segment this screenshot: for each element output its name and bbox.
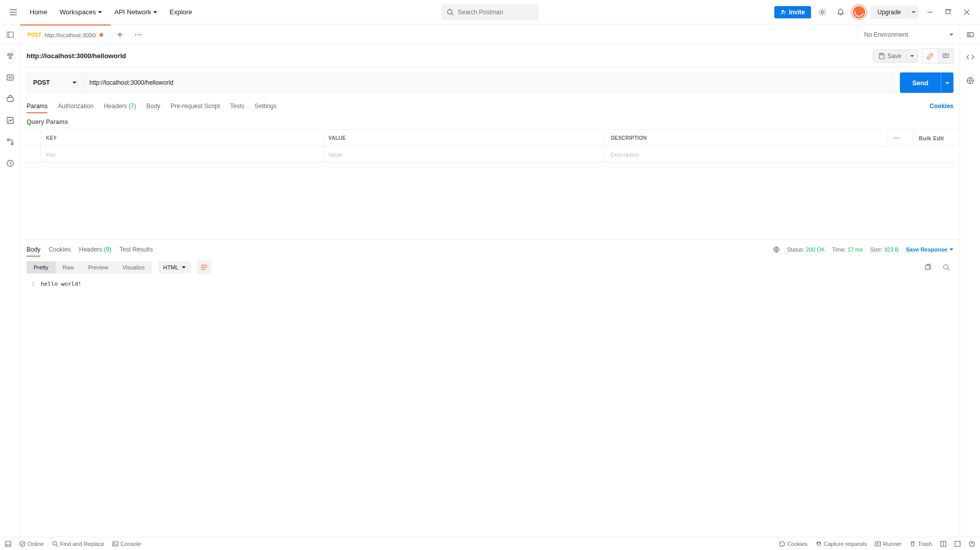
footer-online[interactable]: Online <box>19 541 44 547</box>
window-minimize[interactable] <box>923 5 937 19</box>
share-button[interactable] <box>922 49 938 63</box>
environment-selector[interactable]: No Environment <box>857 24 960 44</box>
tab-authorization[interactable]: Authorization <box>58 99 93 113</box>
cookies-link[interactable]: Cookies <box>929 103 953 110</box>
save-response-label: Save Response <box>906 246 947 253</box>
footer-runner[interactable]: Runner <box>875 541 901 547</box>
response-tab-cookies[interactable]: Cookies <box>48 243 70 256</box>
method-selector[interactable]: POST <box>27 73 83 92</box>
send-button[interactable]: Send <box>900 72 941 93</box>
footer-console[interactable]: Console <box>112 541 141 547</box>
footer-capture[interactable]: Capture requests <box>816 541 867 547</box>
documentation-panel[interactable] <box>963 50 977 64</box>
help-icon <box>969 541 975 547</box>
response-tab-tests[interactable]: Test Results <box>119 243 153 256</box>
tab-prerequest[interactable]: Pre-request Script <box>170 99 220 113</box>
value-input[interactable] <box>328 152 600 158</box>
view-pretty[interactable]: Pretty <box>27 261 56 273</box>
nav-workspaces[interactable]: Workspaces <box>55 5 107 19</box>
global-search[interactable] <box>442 4 538 20</box>
footer-cookies[interactable]: Cookies <box>779 541 807 547</box>
environments-nav[interactable] <box>4 93 16 105</box>
view-visualize[interactable]: Visualize <box>115 261 152 273</box>
upgrade-dropdown[interactable] <box>908 6 919 19</box>
row-checkbox-cell[interactable] <box>20 146 41 162</box>
view-preview[interactable]: Preview <box>81 261 115 273</box>
response-tab-body[interactable]: Body <box>27 243 40 256</box>
network-icon[interactable] <box>773 246 780 253</box>
nav-home-label: Home <box>30 8 47 16</box>
window-maximize[interactable] <box>941 5 955 19</box>
dots-horizontal-icon <box>135 34 142 36</box>
info-panel[interactable] <box>963 73 977 88</box>
request-tab[interactable]: POST http://localhost:3000/ <box>20 24 111 44</box>
query-params-heading: Query Params <box>20 114 960 130</box>
notifications-button[interactable] <box>834 5 848 19</box>
nav-home[interactable]: Home <box>24 5 53 19</box>
maximize-icon <box>945 9 951 15</box>
response-body[interactable]: 1 hello world! <box>20 279 960 537</box>
tab-params[interactable]: Params <box>27 99 47 113</box>
tab-tests-label: Tests <box>230 103 244 110</box>
copy-response-button[interactable] <box>921 260 935 274</box>
global-search-input[interactable] <box>458 9 533 16</box>
settings-button[interactable] <box>815 5 829 19</box>
history-nav[interactable] <box>4 157 16 169</box>
tab-tests[interactable]: Tests <box>230 99 244 113</box>
mock-servers-nav[interactable] <box>4 114 16 127</box>
comment-button[interactable] <box>938 49 953 63</box>
url-input[interactable] <box>83 73 894 92</box>
nav-api-network[interactable]: API Network <box>109 5 162 19</box>
apis-nav[interactable] <box>4 71 16 84</box>
footer-layout-1[interactable] <box>940 541 946 547</box>
close-icon <box>964 9 970 15</box>
environment-quicklook[interactable] <box>960 24 980 44</box>
table-options[interactable] <box>888 130 914 146</box>
window-close[interactable] <box>960 5 974 19</box>
footer-cookies-label: Cookies <box>787 541 807 547</box>
footer-layout-2[interactable] <box>954 541 961 547</box>
new-tab-button[interactable] <box>111 24 129 44</box>
footer-panel-toggle[interactable] <box>5 541 11 547</box>
footer-help[interactable] <box>969 541 975 547</box>
tab-settings[interactable]: Settings <box>255 99 277 113</box>
chevron-down-icon <box>912 9 916 16</box>
save-button[interactable]: Save <box>873 49 907 63</box>
save-response-button[interactable]: Save Response <box>906 246 953 253</box>
key-input[interactable] <box>46 152 317 158</box>
footer-runner-label: Runner <box>883 541 901 547</box>
svg-point-0 <box>448 9 452 14</box>
nav-explore[interactable]: Explore <box>164 5 197 19</box>
upgrade-button[interactable]: Upgrade <box>870 6 908 19</box>
footer-find-replace[interactable]: Find and Replace <box>52 541 104 547</box>
bulk-edit-button[interactable]: Bulk Edit <box>914 130 960 146</box>
invite-button[interactable]: Invite <box>774 6 811 18</box>
sidebar-toggle[interactable] <box>0 24 20 44</box>
bell-icon <box>837 8 845 16</box>
description-input[interactable] <box>611 152 954 158</box>
response-tab-headers[interactable]: Headers (9) <box>79 243 111 256</box>
wrap-lines-button[interactable] <box>197 260 211 274</box>
chevron-down-icon <box>153 8 157 16</box>
tab-body[interactable]: Body <box>146 99 160 113</box>
footer-trash[interactable]: Trash <box>910 541 932 547</box>
chevron-down-icon <box>72 79 77 86</box>
monitors-nav[interactable] <box>4 136 16 148</box>
sidebar-icon <box>7 31 14 38</box>
user-avatar[interactable] <box>852 5 866 19</box>
tab-options[interactable] <box>129 24 148 44</box>
view-raw[interactable]: Raw <box>56 261 81 273</box>
request-name[interactable]: http://localhost:3000/helloworld <box>27 52 126 60</box>
hamburger-menu-icon[interactable] <box>6 5 20 19</box>
svg-rect-26 <box>926 265 929 270</box>
view-raw-label: Raw <box>63 264 74 270</box>
send-dropdown[interactable] <box>941 72 953 93</box>
tab-settings-label: Settings <box>255 103 277 110</box>
upgrade-label: Upgrade <box>877 9 901 16</box>
plus-icon <box>117 32 123 38</box>
search-response-button[interactable] <box>939 260 953 274</box>
collections-nav[interactable] <box>4 50 16 62</box>
save-dropdown[interactable] <box>907 49 918 63</box>
tab-headers[interactable]: Headers (7) <box>104 99 136 113</box>
language-selector[interactable]: HTML <box>158 261 191 273</box>
